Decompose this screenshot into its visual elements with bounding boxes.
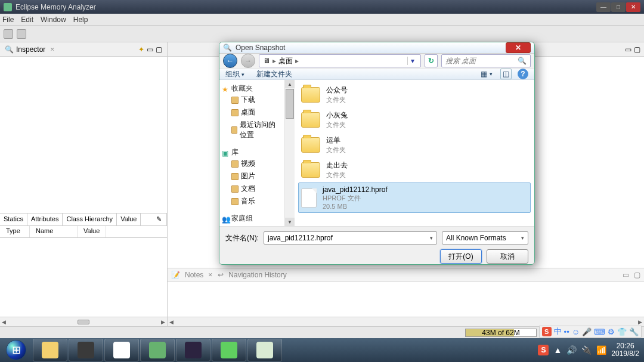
editor-maximize-icon[interactable]: ▢ (634, 45, 640, 54)
ime-item-7[interactable]: 🔧 (629, 327, 639, 336)
taskbar-app-db-tool[interactable] (247, 339, 282, 361)
inspector-tab-close[interactable]: ✕ (50, 47, 55, 52)
nav-tree[interactable]: ★收藏夹 下载 桌面 最近访问的位置 ▣库 视频 图片 文档 音乐 👥家庭组 (219, 80, 285, 226)
open-button[interactable]: 打开(O) (440, 249, 482, 264)
taskbar-app-explorer[interactable] (33, 339, 67, 361)
toolbar-action-icon[interactable] (17, 29, 26, 39)
toolbar-open-icon[interactable] (4, 29, 13, 39)
col-type[interactable]: Type (0, 226, 30, 237)
inspector-maximize-icon[interactable]: ▢ (156, 45, 162, 54)
tab-statics[interactable]: Statics (0, 214, 27, 225)
folder-item[interactable]: 公众号文件夹 (298, 82, 531, 107)
ime-item-2[interactable]: ☺ (572, 327, 580, 336)
tray-power-icon[interactable]: 🔌 (581, 345, 592, 355)
tree-favorites[interactable]: ★收藏夹 (222, 83, 282, 94)
tree-desktop[interactable]: 桌面 (231, 106, 282, 119)
menu-help[interactable]: Help (73, 16, 88, 24)
tree-downloads[interactable]: 下载 (231, 94, 282, 106)
folder-item[interactable]: 走出去文件夹 (298, 157, 531, 182)
inspector-settings-icon[interactable]: ✦ (138, 45, 144, 54)
taskbar[interactable]: S ▲ 🔊 🔌 📶 20:26 2019/8/2 (0, 338, 644, 362)
inspector-minimize-icon[interactable]: ▭ (147, 45, 153, 54)
view-mode-button[interactable]: ▦ (479, 69, 494, 79)
window-close-button[interactable]: ✕ (626, 2, 640, 12)
tree-scrollbar[interactable]: ▲▼ (285, 80, 295, 226)
editor-hscrollbar[interactable]: ◀ ▶ (168, 317, 644, 326)
window-maximize-button[interactable]: □ (611, 2, 626, 12)
tree-documents[interactable]: 文档 (231, 182, 282, 195)
filename-dropdown-icon[interactable]: ▾ (430, 235, 433, 241)
help-button[interactable]: ? (518, 69, 528, 79)
window-minimize-button[interactable]: — (596, 2, 611, 12)
dialog-close-button[interactable]: ✕ (506, 42, 531, 53)
taskbar-app-app-green[interactable] (140, 339, 175, 361)
ime-item-0[interactable]: 中 (554, 326, 562, 337)
taskbar-app-chrome[interactable] (104, 339, 139, 361)
new-folder-button[interactable]: 新建文件夹 (256, 69, 292, 79)
nav-history-tab[interactable]: Navigation History (228, 271, 286, 279)
ime-logo-icon[interactable]: S (542, 327, 552, 336)
preview-pane-button[interactable]: ◫ (500, 69, 512, 79)
ime-item-6[interactable]: 👕 (617, 327, 627, 336)
filename-input[interactable]: java_pid12112.hprof ▾ (264, 231, 437, 245)
tray-volume-icon[interactable]: 🔊 (566, 345, 577, 355)
system-tray[interactable]: S ▲ 🔊 🔌 📶 20:26 2019/8/2 (533, 338, 644, 362)
ime-item-4[interactable]: ⌨ (594, 327, 605, 336)
search-icon[interactable]: 🔍 (518, 57, 527, 65)
ime-item-3[interactable]: 🎤 (582, 327, 592, 336)
tray-network-icon[interactable]: 📶 (596, 345, 606, 355)
nav-forward-button[interactable]: → (241, 54, 255, 68)
format-select[interactable]: All Known Formats ▾ (442, 231, 528, 245)
ime-item-5[interactable]: ⚙ (608, 327, 615, 336)
tab-attributes[interactable]: Attributes (27, 214, 63, 225)
folder-item[interactable]: 运单文件夹 (298, 132, 531, 157)
taskbar-app-sublime[interactable] (69, 339, 103, 361)
breadcrumb-arrow[interactable]: ▸ (295, 57, 299, 65)
folder-item[interactable]: 小灰兔文件夹 (298, 107, 531, 132)
organize-button[interactable]: 组织 (225, 69, 244, 79)
ime-toolbar[interactable]: S 中 •• ☺ 🎤 ⌨ ⚙ 👕 🔧 (539, 326, 642, 338)
tray-ime-icon[interactable]: S (538, 345, 549, 355)
tree-music[interactable]: 音乐 (231, 195, 282, 208)
editor-minimize-icon[interactable]: ▭ (625, 45, 631, 54)
file-item[interactable]: java_pid12112.hprofHPROF 文件20.5 MB (298, 182, 531, 213)
address-root-icon[interactable]: 🖥 (263, 57, 270, 65)
tab-class-hierarchy[interactable]: Class Hierarchy (63, 214, 117, 225)
scrollbar-thumb[interactable] (78, 320, 89, 324)
menu-file[interactable]: File (2, 16, 14, 24)
format-dropdown-icon[interactable]: ▾ (521, 235, 524, 241)
address-bar[interactable]: 🖥 ▸ 桌面 ▸ ▾ (259, 54, 421, 67)
tree-pictures[interactable]: 图片 (231, 170, 282, 182)
menu-window[interactable]: Window (41, 16, 66, 24)
menu-edit[interactable]: Edit (21, 16, 33, 24)
tab-value[interactable]: Value (117, 214, 141, 225)
file-list[interactable]: 公众号文件夹小灰兔文件夹运单文件夹走出去文件夹java_pid12112.hpr… (295, 80, 534, 226)
tree-videos[interactable]: 视频 (231, 157, 282, 170)
refresh-button[interactable]: ↻ (425, 54, 438, 67)
tree-libraries[interactable]: ▣库 (222, 147, 282, 157)
heap-meter[interactable]: 43M of 62M (465, 329, 537, 337)
notes-minimize-icon[interactable]: ▭ (623, 271, 629, 279)
cancel-button[interactable]: 取消 (487, 249, 528, 264)
tray-expand-icon[interactable]: ▲ (553, 345, 562, 355)
ime-item-1[interactable]: •• (564, 327, 569, 336)
col-name[interactable]: Name (30, 226, 78, 237)
notes-maximize-icon[interactable]: ▢ (634, 271, 640, 279)
col-value[interactable]: Value (78, 226, 106, 237)
notes-close-icon[interactable]: ✕ (208, 272, 213, 278)
breadcrumb-desktop[interactable]: 桌面 (278, 56, 293, 66)
inspector-tab[interactable]: 🔍 Inspector ✕ (5, 45, 55, 54)
notes-tab[interactable]: Notes (185, 271, 203, 279)
nav-back-button[interactable]: ← (223, 54, 237, 68)
tree-homegroup[interactable]: 👥家庭组 (222, 214, 282, 224)
tray-clock[interactable]: 20:26 2019/8/2 (611, 342, 639, 358)
start-button[interactable] (0, 338, 32, 362)
search-input[interactable]: 搜索 桌面 🔍 (441, 54, 531, 67)
taskbar-app-wechat[interactable] (212, 339, 246, 361)
taskbar-app-app-dark[interactable] (176, 339, 210, 361)
tree-recent[interactable]: 最近访问的位置 (231, 119, 282, 141)
address-dropdown[interactable]: ▾ (407, 57, 417, 65)
dialog-titlebar[interactable]: 🔍 Open Snapshot ✕ (219, 42, 534, 54)
tab-wizard-icon[interactable]: ✎ (151, 214, 167, 225)
left-hscrollbar[interactable]: ◀ ▶ (0, 317, 167, 326)
